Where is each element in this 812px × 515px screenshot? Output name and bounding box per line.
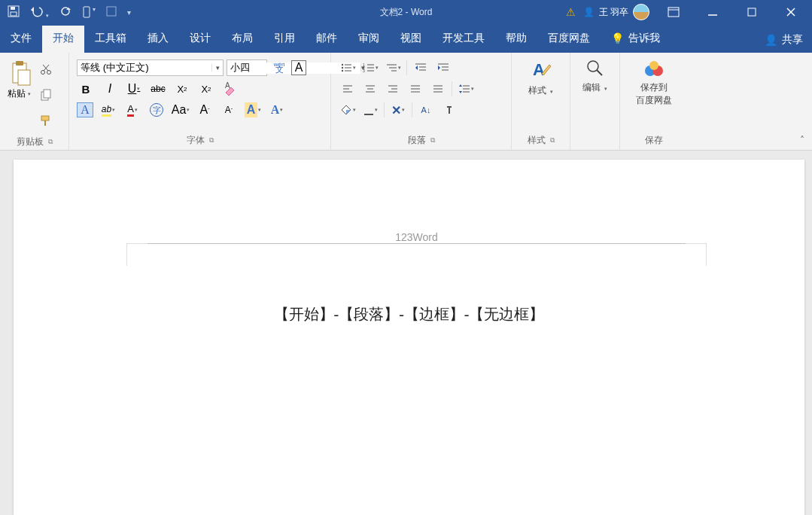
superscript-button[interactable]: X2 [197, 80, 215, 98]
styles-launcher-icon[interactable]: ⧉ [550, 136, 555, 145]
tab-tellme[interactable]: 💡 告诉我 [601, 26, 671, 53]
save-icon[interactable] [8, 5, 20, 20]
clipboard-launcher-icon[interactable]: ⧉ [48, 138, 53, 146]
clear-format-button[interactable]: A [221, 80, 239, 98]
tab-view[interactable]: 视图 [390, 26, 432, 53]
subscript-button[interactable]: X2 [173, 80, 191, 98]
collapse-ribbon-icon[interactable]: ˄ [800, 135, 804, 145]
change-case-button[interactable]: Aa▾ [172, 101, 190, 119]
editing-button[interactable]: 编辑 ▾ [575, 56, 614, 145]
distribute-button[interactable] [429, 80, 447, 98]
show-marks-button[interactable] [439, 101, 458, 119]
svg-point-66 [588, 61, 598, 72]
qat-placeholder-icon[interactable] [106, 6, 117, 19]
grow-font-button[interactable]: Aˆ [196, 101, 214, 119]
tab-toolbox[interactable]: 工具箱 [84, 26, 137, 53]
tab-mailings[interactable]: 邮件 [306, 26, 348, 53]
text-effects2-button[interactable]: A▾ [268, 101, 286, 119]
svg-line-17 [44, 65, 49, 71]
underline-button[interactable]: U▾ [125, 80, 143, 98]
tab-layout[interactable]: 布局 [221, 26, 263, 53]
tab-review[interactable]: 审阅 [348, 26, 390, 53]
multilevel-button[interactable]: ▾ [384, 59, 402, 77]
svg-line-67 [597, 70, 602, 75]
maximize-button[interactable] [737, 0, 767, 24]
font-size-combo[interactable]: ▾ [227, 59, 267, 76]
body-text: 【开始】-【段落】-【边框】-【无边框】 [14, 304, 804, 325]
tab-baidu[interactable]: 百度网盘 [537, 26, 601, 53]
username-label: 王 羽卒 [599, 6, 628, 19]
tab-file[interactable]: 文件 [0, 26, 42, 53]
italic-button[interactable]: I [101, 80, 119, 98]
share-button[interactable]: 👤 共享 [756, 27, 812, 53]
font-launcher-icon[interactable]: ⧉ [209, 136, 214, 145]
copy-icon[interactable] [37, 86, 55, 104]
shrink-font-button[interactable]: Aˇ [220, 101, 238, 119]
svg-text:A: A [225, 82, 230, 90]
tab-references[interactable]: 引用 [263, 26, 306, 53]
align-left-button[interactable] [339, 80, 357, 98]
page-header: 123Word [126, 231, 707, 266]
svg-line-18 [43, 65, 48, 71]
paragraph-launcher-icon[interactable]: ⧉ [430, 136, 435, 145]
svg-rect-2 [11, 7, 15, 10]
justify-button[interactable] [406, 80, 424, 98]
styles-big-label: 样式 [528, 85, 546, 96]
lightbulb-icon: 💡 [611, 32, 624, 44]
bullets-button[interactable]: ▾ [339, 59, 357, 77]
header-text: 123Word [126, 231, 707, 243]
cut-icon[interactable] [37, 60, 55, 78]
inc-indent-button[interactable] [434, 59, 452, 77]
baidu-cloud-icon [643, 59, 665, 78]
styles-icon: A [530, 59, 552, 81]
tab-help[interactable]: 帮助 [495, 26, 537, 53]
enclosed-char-button[interactable]: 字 [147, 101, 166, 119]
align-center-button[interactable] [361, 80, 379, 98]
highlight-button[interactable]: ab▾ [99, 101, 117, 119]
font-color-button[interactable]: A▾ [123, 101, 141, 119]
dec-indent-button[interactable] [412, 59, 430, 77]
tellme-label: 告诉我 [628, 32, 660, 45]
account-area[interactable]: ⚠ 👤 王 羽卒 [566, 4, 649, 20]
char-shading-button[interactable]: A [77, 102, 93, 117]
bold-button[interactable]: B [77, 80, 95, 98]
text-effects-button[interactable]: A▾ [244, 101, 262, 119]
svg-rect-21 [41, 116, 49, 120]
svg-rect-14 [18, 70, 30, 85]
phonetic-guide-button[interactable]: wén文 [270, 59, 288, 77]
font-group-label: 字体 [187, 134, 205, 147]
workspace: 123Word 【开始】-【段落】-【边框】-【无边框】 [0, 151, 812, 515]
align-right-button[interactable] [384, 80, 402, 98]
qat-customize-icon[interactable]: ▾ [127, 8, 131, 17]
group-font: ▾ ▾ wén文 A B I U▾ abc X2 X2 A A ab▾ A▾ 字… [69, 53, 331, 150]
styles-button[interactable]: A 样式 ▾ [521, 56, 560, 133]
format-painter-icon[interactable] [37, 111, 55, 130]
paste-button[interactable]: 粘贴▾ [8, 60, 31, 100]
numbering-button[interactable]: 123▾ [361, 59, 379, 77]
minimize-button[interactable] [698, 0, 728, 24]
font-name-combo[interactable]: ▾ [77, 59, 224, 76]
char-border-button[interactable]: A [291, 60, 306, 75]
tab-home[interactable]: 开始 [42, 26, 84, 53]
sort-button[interactable]: A↓ [417, 101, 435, 119]
save-baidu-button[interactable]: 保存到 百度网盘 [628, 56, 680, 133]
strike-button[interactable]: abc [149, 80, 167, 98]
redo-icon[interactable] [59, 5, 71, 20]
chevron-down-icon[interactable]: ▾ [211, 64, 223, 72]
font-name-input[interactable] [78, 62, 211, 74]
touch-mode-icon[interactable]: ▾ [82, 6, 96, 18]
tab-developer[interactable]: 开发工具 [432, 26, 495, 53]
tab-insert[interactable]: 插入 [137, 26, 179, 53]
line-spacing-button[interactable]: ▾ [457, 80, 475, 98]
asian-layout-button[interactable]: ✕▾ [389, 101, 407, 119]
document-page[interactable]: 123Word 【开始】-【段落】-【边框】-【无边框】 [14, 160, 804, 515]
shading-button[interactable]: ▾ [339, 101, 357, 119]
paragraph-label: 段落 [408, 134, 426, 147]
ribbon-display-button[interactable] [658, 0, 689, 24]
undo-icon[interactable]: ▾ [30, 5, 49, 20]
borders-button[interactable]: ▾ [361, 101, 379, 119]
styles-label: 样式 [528, 134, 546, 147]
close-button[interactable] [776, 0, 806, 24]
share-icon: 👤 [765, 34, 777, 46]
tab-design[interactable]: 设计 [179, 26, 221, 53]
